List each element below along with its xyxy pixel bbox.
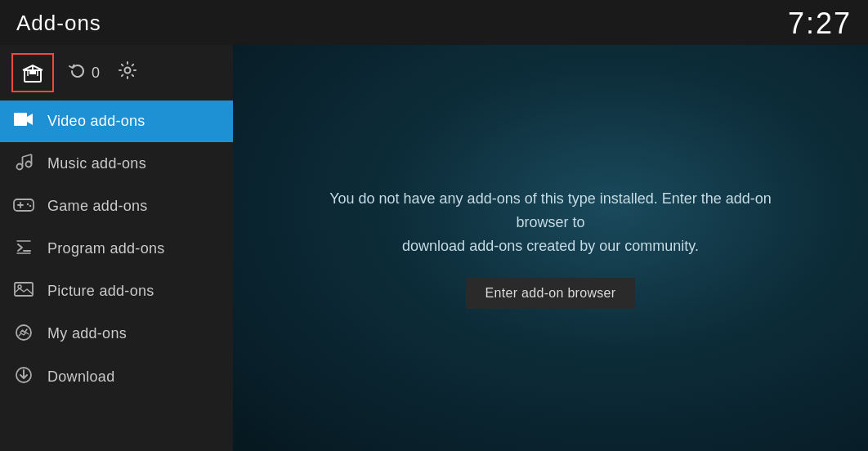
- video-icon: [13, 111, 34, 132]
- svg-line-11: [23, 154, 32, 157]
- sidebar-toolbar: 0: [0, 45, 233, 100]
- sidebar-item-video-label: Video add-ons: [47, 113, 145, 130]
- empty-state-message: You do not have any add-ons of this type…: [306, 187, 796, 257]
- app-header: Add-ons 7:27: [0, 0, 868, 45]
- sidebar: 0 Video add-ons: [0, 45, 233, 451]
- update-count: 0: [92, 65, 100, 82]
- sidebar-item-picture-label: Picture add-ons: [47, 283, 154, 300]
- package-icon: [21, 62, 44, 83]
- sidebar-item-download-label: Download: [47, 368, 114, 386]
- svg-rect-6: [14, 113, 27, 126]
- svg-point-16: [29, 205, 31, 207]
- sidebar-item-music[interactable]: Music add-ons: [0, 142, 233, 185]
- svg-rect-4: [29, 70, 36, 74]
- refresh-wrap: 0: [69, 62, 100, 84]
- refresh-icon[interactable]: [69, 62, 87, 84]
- main-content: You do not have any add-ons of this type…: [233, 45, 868, 451]
- sidebar-item-myadons-label: My add-ons: [47, 325, 127, 342]
- sidebar-item-download[interactable]: Download: [0, 355, 233, 399]
- sidebar-item-game-label: Game add-ons: [47, 198, 148, 215]
- picture-icon: [13, 281, 34, 301]
- program-icon: [13, 238, 34, 260]
- svg-point-22: [16, 325, 31, 340]
- nav-items-list: Video add-ons Music add-ons: [0, 100, 233, 399]
- sidebar-item-program[interactable]: Program add-ons: [0, 227, 233, 270]
- sidebar-item-picture[interactable]: Picture add-ons: [0, 270, 233, 312]
- svg-point-5: [125, 68, 131, 74]
- sidebar-item-music-label: Music add-ons: [47, 155, 146, 172]
- addon-box-icon-button[interactable]: [11, 53, 54, 92]
- svg-point-7: [17, 164, 23, 170]
- svg-point-8: [26, 162, 32, 167]
- sidebar-item-myadons[interactable]: My add-ons: [0, 312, 233, 355]
- app-title: Add-ons: [16, 11, 101, 36]
- enter-addon-browser-button[interactable]: Enter add-on browser: [466, 278, 636, 309]
- sidebar-item-game[interactable]: Game add-ons: [0, 185, 233, 227]
- sidebar-item-video[interactable]: Video add-ons: [0, 100, 233, 142]
- svg-rect-20: [15, 283, 33, 296]
- myadons-icon: [13, 323, 34, 345]
- game-icon: [13, 196, 34, 217]
- sidebar-item-program-label: Program add-ons: [47, 240, 165, 257]
- download-icon: [13, 366, 34, 388]
- music-icon: [13, 153, 34, 175]
- settings-icon[interactable]: [118, 60, 137, 85]
- svg-point-15: [27, 203, 29, 205]
- clock-display: 7:27: [788, 7, 852, 41]
- app-body: 0 Video add-ons: [0, 45, 868, 451]
